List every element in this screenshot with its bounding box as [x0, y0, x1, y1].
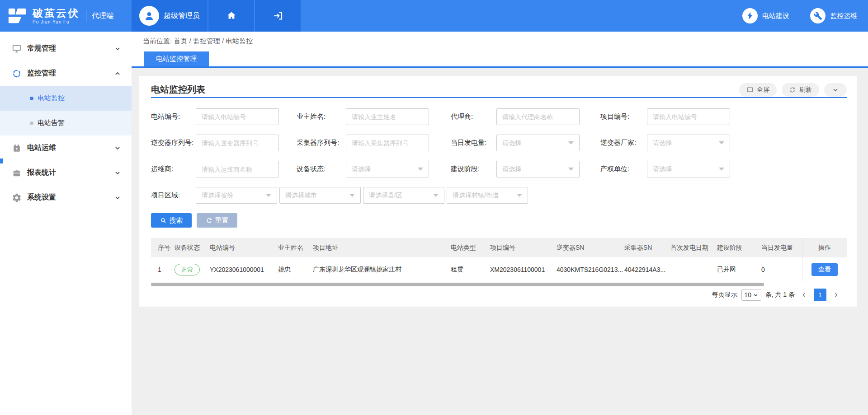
select-caret-icon	[433, 194, 439, 197]
brand-name: 破茧云伏	[33, 8, 80, 19]
chevron-down-icon	[114, 145, 121, 151]
quick-action-label: 电站建设	[762, 12, 789, 20]
col-inverter-sn: 逆变器SN	[557, 244, 624, 252]
build-stage-select[interactable]: 请选择	[496, 161, 580, 177]
refresh-button[interactable]: 刷新	[782, 83, 819, 97]
per-page-label: 每页显示	[712, 291, 737, 299]
filter-form: 电站编号: 业主姓名: 代理商: 项目编号: 逆变器序列号: 采集器序列号: 当…	[151, 108, 847, 228]
sidebar-item-report-statistics[interactable]: 报表统计	[0, 160, 132, 185]
col-index: 序号	[151, 244, 175, 252]
filter-label-inverter-sn: 逆变器序列号:	[151, 139, 196, 147]
quick-action-station-build[interactable]: 电站建设	[742, 8, 789, 23]
home-icon	[226, 10, 237, 21]
sidebar-item-monitor-management[interactable]: 监控管理	[0, 61, 132, 86]
filter-label-build-stage: 建设阶段:	[451, 165, 496, 173]
gear-icon	[12, 193, 22, 203]
inverter-maker-select[interactable]: 请选择	[647, 135, 730, 151]
tab-station-monitor-management[interactable]: 电站监控管理	[144, 51, 209, 66]
ops-provider-input[interactable]	[196, 161, 279, 177]
sidebar-subitem-station-monitor[interactable]: 电站监控	[0, 86, 132, 111]
brand-logo-icon	[7, 5, 28, 26]
select-caret-icon	[719, 141, 724, 145]
col-address: 项目地址	[313, 244, 451, 252]
row-project-no: XM2023061100001	[490, 266, 557, 273]
filter-label-device-status: 设备状态:	[297, 165, 346, 173]
row-daily-generation: 0	[761, 266, 802, 273]
col-collector-sn: 采集器SN	[624, 244, 670, 252]
brand-logo: 破茧云伏 Po Jian Yun Fu 代理端	[0, 0, 132, 32]
refresh-icon	[789, 86, 796, 93]
total-count-label: 条, 共 1 条	[765, 291, 795, 299]
filter-label-collector-sn: 采集器序列号:	[297, 139, 346, 147]
select-caret-icon	[418, 168, 423, 171]
project-no-input[interactable]	[647, 108, 730, 125]
device-status-select[interactable]: 请选择	[346, 161, 429, 177]
select-caret-icon	[349, 194, 355, 197]
home-button[interactable]	[208, 0, 254, 32]
collector-sn-input[interactable]	[346, 135, 429, 151]
fullscreen-icon	[746, 86, 754, 93]
station-monitor-list-panel: 电站监控列表 全屏 刷新	[139, 76, 857, 307]
wrench-icon	[814, 12, 822, 20]
fullscreen-button[interactable]: 全屏	[739, 83, 777, 97]
sidebar-subitem-label: 电站监控	[38, 94, 65, 103]
select-caret-icon	[266, 194, 271, 197]
collapse-panel-button[interactable]	[824, 83, 847, 97]
row-collector-sn: 40422914A3...	[624, 266, 670, 273]
quick-action-monitor-ops[interactable]: 监控运维	[810, 8, 857, 23]
chevron-down-icon	[114, 195, 121, 201]
panel-title: 电站监控列表	[151, 84, 734, 96]
owner-name-input[interactable]	[346, 108, 429, 125]
town-select[interactable]: 请选择村镇/街道	[447, 187, 528, 204]
per-page-select[interactable]: 10	[741, 289, 761, 301]
breadcrumb: 当前位置: 首页 / 监控管理 / 电站监控	[143, 37, 253, 46]
filter-label-project-region: 项目区域:	[151, 191, 196, 200]
reset-button[interactable]: 重置	[197, 213, 237, 228]
sidebar: 常规管理 监控管理 电站监控 电站告警	[0, 32, 132, 415]
inverter-sn-input[interactable]	[196, 135, 279, 151]
station-no-input[interactable]	[196, 108, 279, 125]
sidebar-item-label: 系统设置	[27, 193, 114, 202]
panel-title-underline	[151, 97, 847, 98]
sidebar-item-station-ops[interactable]: 电站运维	[0, 135, 132, 160]
sidebar-item-label: 电站运维	[27, 143, 114, 153]
sidebar-scroll-marker	[0, 159, 3, 163]
filter-label-ops-provider: 运维商:	[151, 165, 196, 173]
prev-page-icon[interactable]	[801, 292, 807, 298]
sidebar-item-label: 常规管理	[27, 44, 114, 53]
select-caret-icon	[719, 168, 724, 171]
chevron-down-icon	[114, 170, 121, 176]
sidebar-subitem-station-alarm[interactable]: 电站告警	[0, 111, 132, 135]
row-address: 广东深圳龙华区观澜镇姚家庄村	[313, 266, 451, 274]
pagination: 每页显示 10 条, 共 1 条 1	[151, 288, 847, 302]
sidebar-item-label: 报表统计	[27, 168, 114, 177]
sidebar-item-general-management[interactable]: 常规管理	[0, 36, 132, 61]
lightning-icon	[745, 11, 755, 20]
col-station-type: 电站类型	[451, 244, 490, 252]
sidebar-item-system-settings[interactable]: 系统设置	[0, 185, 132, 210]
next-page-icon[interactable]	[833, 292, 839, 298]
logout-button[interactable]	[255, 0, 301, 32]
agent-input[interactable]	[496, 108, 580, 125]
col-station-no: 电站编号	[210, 244, 278, 252]
current-user[interactable]: 超级管理员	[132, 0, 208, 32]
filter-label-agent: 代理商:	[451, 112, 496, 121]
col-daily-generation: 当日发电量	[761, 244, 802, 252]
select-caret-icon	[568, 168, 574, 171]
property-unit-select[interactable]: 请选择	[647, 161, 730, 177]
city-select[interactable]: 请选择城市	[279, 187, 361, 204]
sidebar-item-label: 监控管理	[27, 69, 114, 78]
search-button[interactable]: 搜索	[151, 213, 192, 228]
quick-action-label: 监控运维	[830, 12, 857, 20]
scrollbar-thumb[interactable]	[151, 283, 764, 286]
view-button[interactable]: 查看	[811, 263, 838, 276]
daily-generation-select[interactable]: 请选择	[496, 135, 580, 151]
col-build-stage: 建设阶段	[717, 244, 761, 252]
row-owner: 姚忠	[278, 266, 313, 274]
top-header: 破茧云伏 Po Jian Yun Fu 代理端 超级管理员	[0, 0, 868, 32]
status-badge: 正常	[175, 264, 200, 275]
select-caret-icon	[517, 194, 522, 197]
page-number-button[interactable]: 1	[814, 289, 826, 301]
province-select[interactable]: 请选择省份	[196, 187, 277, 204]
county-select[interactable]: 请选择县/区	[363, 187, 444, 204]
